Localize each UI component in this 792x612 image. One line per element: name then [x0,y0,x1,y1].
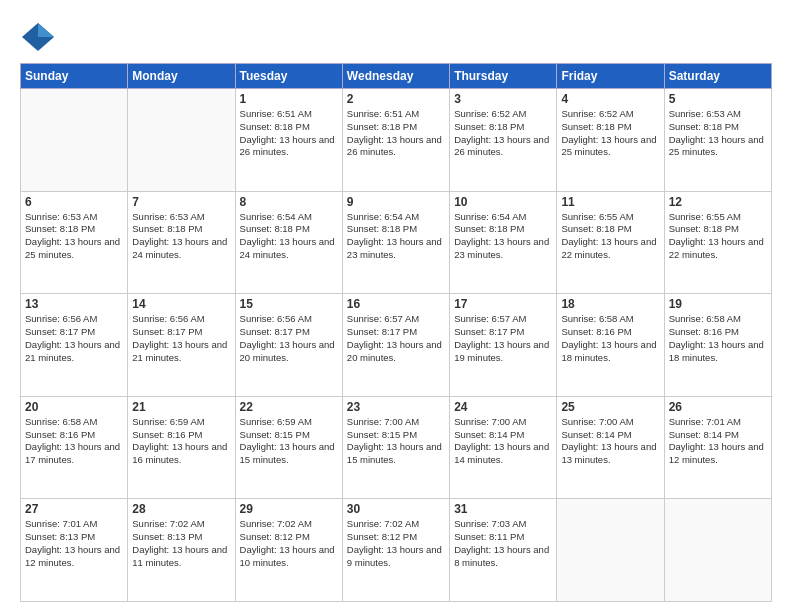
day-number: 17 [454,297,552,311]
day-cell: 29Sunrise: 7:02 AM Sunset: 8:12 PM Dayli… [235,499,342,602]
day-info: Sunrise: 6:51 AM Sunset: 8:18 PM Dayligh… [347,108,445,159]
week-row-0: 1Sunrise: 6:51 AM Sunset: 8:18 PM Daylig… [21,89,772,192]
day-number: 27 [25,502,123,516]
day-info: Sunrise: 7:00 AM Sunset: 8:14 PM Dayligh… [561,416,659,467]
day-info: Sunrise: 6:56 AM Sunset: 8:17 PM Dayligh… [240,313,338,364]
day-info: Sunrise: 7:01 AM Sunset: 8:13 PM Dayligh… [25,518,123,569]
day-info: Sunrise: 6:58 AM Sunset: 8:16 PM Dayligh… [669,313,767,364]
day-info: Sunrise: 6:55 AM Sunset: 8:18 PM Dayligh… [669,211,767,262]
day-info: Sunrise: 6:54 AM Sunset: 8:18 PM Dayligh… [240,211,338,262]
day-cell: 12Sunrise: 6:55 AM Sunset: 8:18 PM Dayli… [664,191,771,294]
day-number: 25 [561,400,659,414]
calendar: SundayMondayTuesdayWednesdayThursdayFrid… [20,63,772,602]
day-number: 8 [240,195,338,209]
day-info: Sunrise: 6:52 AM Sunset: 8:18 PM Dayligh… [454,108,552,159]
day-cell: 6Sunrise: 6:53 AM Sunset: 8:18 PM Daylig… [21,191,128,294]
day-info: Sunrise: 6:52 AM Sunset: 8:18 PM Dayligh… [561,108,659,159]
week-row-4: 27Sunrise: 7:01 AM Sunset: 8:13 PM Dayli… [21,499,772,602]
day-info: Sunrise: 6:51 AM Sunset: 8:18 PM Dayligh… [240,108,338,159]
day-number: 10 [454,195,552,209]
day-cell: 24Sunrise: 7:00 AM Sunset: 8:14 PM Dayli… [450,396,557,499]
day-info: Sunrise: 6:59 AM Sunset: 8:15 PM Dayligh… [240,416,338,467]
day-of-week-saturday: Saturday [664,64,771,89]
day-number: 20 [25,400,123,414]
day-cell [128,89,235,192]
calendar-body: 1Sunrise: 6:51 AM Sunset: 8:18 PM Daylig… [21,89,772,602]
day-number: 22 [240,400,338,414]
day-info: Sunrise: 6:53 AM Sunset: 8:18 PM Dayligh… [669,108,767,159]
day-info: Sunrise: 6:53 AM Sunset: 8:18 PM Dayligh… [25,211,123,262]
day-number: 6 [25,195,123,209]
day-number: 18 [561,297,659,311]
day-cell: 2Sunrise: 6:51 AM Sunset: 8:18 PM Daylig… [342,89,449,192]
day-info: Sunrise: 6:56 AM Sunset: 8:17 PM Dayligh… [25,313,123,364]
day-number: 26 [669,400,767,414]
week-row-2: 13Sunrise: 6:56 AM Sunset: 8:17 PM Dayli… [21,294,772,397]
day-number: 9 [347,195,445,209]
day-number: 23 [347,400,445,414]
day-cell: 7Sunrise: 6:53 AM Sunset: 8:18 PM Daylig… [128,191,235,294]
week-row-1: 6Sunrise: 6:53 AM Sunset: 8:18 PM Daylig… [21,191,772,294]
day-cell: 23Sunrise: 7:00 AM Sunset: 8:15 PM Dayli… [342,396,449,499]
day-cell: 13Sunrise: 6:56 AM Sunset: 8:17 PM Dayli… [21,294,128,397]
svg-marker-1 [38,23,54,37]
day-info: Sunrise: 6:58 AM Sunset: 8:16 PM Dayligh… [25,416,123,467]
day-cell: 27Sunrise: 7:01 AM Sunset: 8:13 PM Dayli… [21,499,128,602]
day-cell: 22Sunrise: 6:59 AM Sunset: 8:15 PM Dayli… [235,396,342,499]
day-of-week-thursday: Thursday [450,64,557,89]
day-number: 21 [132,400,230,414]
week-row-3: 20Sunrise: 6:58 AM Sunset: 8:16 PM Dayli… [21,396,772,499]
day-of-week-friday: Friday [557,64,664,89]
day-cell: 14Sunrise: 6:56 AM Sunset: 8:17 PM Dayli… [128,294,235,397]
page: SundayMondayTuesdayWednesdayThursdayFrid… [0,0,792,612]
day-number: 19 [669,297,767,311]
day-number: 12 [669,195,767,209]
day-cell: 21Sunrise: 6:59 AM Sunset: 8:16 PM Dayli… [128,396,235,499]
day-number: 1 [240,92,338,106]
day-of-week-tuesday: Tuesday [235,64,342,89]
day-number: 4 [561,92,659,106]
day-cell [21,89,128,192]
day-info: Sunrise: 6:55 AM Sunset: 8:18 PM Dayligh… [561,211,659,262]
calendar-header: SundayMondayTuesdayWednesdayThursdayFrid… [21,64,772,89]
day-number: 30 [347,502,445,516]
day-cell [557,499,664,602]
day-number: 24 [454,400,552,414]
day-number: 13 [25,297,123,311]
day-cell: 17Sunrise: 6:57 AM Sunset: 8:17 PM Dayli… [450,294,557,397]
day-cell: 16Sunrise: 6:57 AM Sunset: 8:17 PM Dayli… [342,294,449,397]
day-cell: 1Sunrise: 6:51 AM Sunset: 8:18 PM Daylig… [235,89,342,192]
day-cell [664,499,771,602]
day-info: Sunrise: 6:57 AM Sunset: 8:17 PM Dayligh… [347,313,445,364]
day-info: Sunrise: 6:57 AM Sunset: 8:17 PM Dayligh… [454,313,552,364]
day-info: Sunrise: 7:00 AM Sunset: 8:15 PM Dayligh… [347,416,445,467]
day-number: 28 [132,502,230,516]
day-info: Sunrise: 6:59 AM Sunset: 8:16 PM Dayligh… [132,416,230,467]
day-cell: 30Sunrise: 7:02 AM Sunset: 8:12 PM Dayli… [342,499,449,602]
day-cell: 18Sunrise: 6:58 AM Sunset: 8:16 PM Dayli… [557,294,664,397]
day-info: Sunrise: 7:02 AM Sunset: 8:12 PM Dayligh… [240,518,338,569]
day-info: Sunrise: 6:58 AM Sunset: 8:16 PM Dayligh… [561,313,659,364]
day-cell: 26Sunrise: 7:01 AM Sunset: 8:14 PM Dayli… [664,396,771,499]
day-cell: 20Sunrise: 6:58 AM Sunset: 8:16 PM Dayli… [21,396,128,499]
day-number: 14 [132,297,230,311]
day-of-week-monday: Monday [128,64,235,89]
day-number: 7 [132,195,230,209]
day-info: Sunrise: 7:01 AM Sunset: 8:14 PM Dayligh… [669,416,767,467]
day-cell: 15Sunrise: 6:56 AM Sunset: 8:17 PM Dayli… [235,294,342,397]
day-info: Sunrise: 6:53 AM Sunset: 8:18 PM Dayligh… [132,211,230,262]
day-cell: 9Sunrise: 6:54 AM Sunset: 8:18 PM Daylig… [342,191,449,294]
day-info: Sunrise: 7:00 AM Sunset: 8:14 PM Dayligh… [454,416,552,467]
day-info: Sunrise: 7:02 AM Sunset: 8:12 PM Dayligh… [347,518,445,569]
day-cell: 3Sunrise: 6:52 AM Sunset: 8:18 PM Daylig… [450,89,557,192]
day-info: Sunrise: 7:02 AM Sunset: 8:13 PM Dayligh… [132,518,230,569]
day-number: 15 [240,297,338,311]
logo-icon [20,19,56,55]
day-info: Sunrise: 7:03 AM Sunset: 8:11 PM Dayligh… [454,518,552,569]
day-cell: 28Sunrise: 7:02 AM Sunset: 8:13 PM Dayli… [128,499,235,602]
day-number: 31 [454,502,552,516]
day-cell: 10Sunrise: 6:54 AM Sunset: 8:18 PM Dayli… [450,191,557,294]
header [20,16,772,55]
day-cell: 8Sunrise: 6:54 AM Sunset: 8:18 PM Daylig… [235,191,342,294]
day-number: 16 [347,297,445,311]
